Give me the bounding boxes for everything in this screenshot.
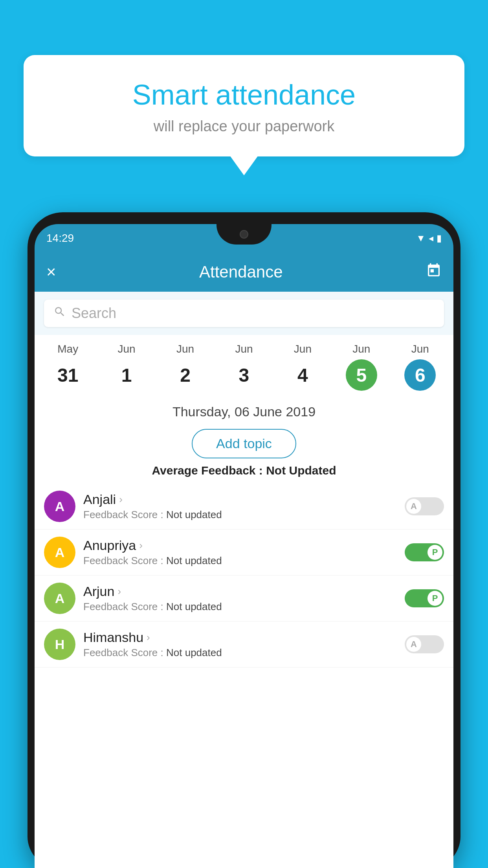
avg-feedback-label: Average Feedback : xyxy=(152,464,266,477)
date-item-4[interactable]: Jun 4 xyxy=(281,339,324,395)
student-feedback-anjali: Feedback Score : Not updated xyxy=(83,509,397,521)
attendance-toggle-himanshu[interactable]: A xyxy=(405,635,444,653)
phone-frame: 14:29 ▼ ◂ ▮ × Attendance xyxy=(28,212,460,868)
student-item-anupriya[interactable]: A Anupriya › Feedback Score : Not update… xyxy=(35,530,453,576)
status-time: 14:29 xyxy=(46,232,74,245)
battery-icon: ▮ xyxy=(437,233,442,244)
search-input-wrapper[interactable]: Search xyxy=(44,300,444,327)
date-picker: May 31 Jun 1 Jun 2 Jun 3 Jun 4 Jun 5 xyxy=(35,335,453,395)
toggle-knob-arjun: P xyxy=(427,591,442,606)
student-avatar-arjun: A xyxy=(44,583,75,614)
toggle-knob-anupriya: P xyxy=(427,545,442,560)
student-item-himanshu[interactable]: H Himanshu › Feedback Score : Not update… xyxy=(35,622,453,668)
avg-feedback-value: Not Updated xyxy=(266,464,336,477)
attendance-toggle-anupriya[interactable]: P xyxy=(405,543,444,561)
student-list: A Anjali › Feedback Score : Not updated … xyxy=(35,484,453,668)
date-item-1[interactable]: Jun 1 xyxy=(105,339,148,395)
student-feedback-arjun: Feedback Score : Not updated xyxy=(83,601,397,613)
bubble-subtitle: will replace your paperwork xyxy=(43,118,445,135)
chevron-icon: › xyxy=(147,631,150,644)
date-item-6[interactable]: Jun 6 xyxy=(399,339,441,395)
status-icons: ▼ ◂ ▮ xyxy=(416,233,442,244)
date-item-5[interactable]: Jun 5 xyxy=(340,339,383,395)
toggle-knob-anjali: A xyxy=(406,499,421,514)
student-feedback-anupriya: Feedback Score : Not updated xyxy=(83,555,397,567)
search-placeholder: Search xyxy=(72,305,116,322)
signal-icon: ◂ xyxy=(429,233,433,244)
calendar-icon[interactable] xyxy=(426,263,442,282)
phone-notch xyxy=(216,224,272,245)
student-name-himanshu: Himanshu › xyxy=(83,630,397,645)
app-content: × Attendance Search May xyxy=(35,252,453,868)
student-avatar-anupriya: A xyxy=(44,537,75,568)
add-topic-label[interactable]: Add topic xyxy=(192,429,296,458)
date-item-2[interactable]: Jun 2 xyxy=(164,339,207,395)
chevron-icon: › xyxy=(117,585,121,598)
student-name-anupriya: Anupriya › xyxy=(83,538,397,553)
speech-bubble-container: Smart attendance will replace your paper… xyxy=(24,55,464,156)
date-item-0[interactable]: May 31 xyxy=(47,339,89,395)
search-bar: Search xyxy=(35,292,453,335)
student-name-arjun: Arjun › xyxy=(83,584,397,599)
student-avatar-himanshu: H xyxy=(44,629,75,660)
notch-camera xyxy=(240,230,248,239)
bubble-title: Smart attendance xyxy=(43,79,445,111)
student-feedback-himanshu: Feedback Score : Not updated xyxy=(83,647,397,659)
app-title: Attendance xyxy=(199,263,283,281)
chevron-icon: › xyxy=(119,493,123,506)
add-topic-button[interactable]: Add topic xyxy=(35,429,453,458)
close-button[interactable]: × xyxy=(46,263,56,281)
student-item-arjun[interactable]: A Arjun › Feedback Score : Not updated P xyxy=(35,576,453,622)
student-info-anupriya: Anupriya › Feedback Score : Not updated xyxy=(83,538,397,567)
status-bar: 14:29 ▼ ◂ ▮ xyxy=(35,224,453,252)
student-info-arjun: Arjun › Feedback Score : Not updated xyxy=(83,584,397,613)
speech-bubble: Smart attendance will replace your paper… xyxy=(24,55,464,156)
attendance-toggle-anjali[interactable]: A xyxy=(405,497,444,515)
attendance-toggle-arjun[interactable]: P xyxy=(405,589,444,607)
chevron-icon: › xyxy=(139,539,143,552)
student-info-himanshu: Himanshu › Feedback Score : Not updated xyxy=(83,630,397,659)
student-name-anjali: Anjali › xyxy=(83,492,397,507)
selected-date: Thursday, 06 June 2019 xyxy=(35,395,453,423)
date-item-3[interactable]: Jun 3 xyxy=(223,339,265,395)
student-item-anjali[interactable]: A Anjali › Feedback Score : Not updated … xyxy=(35,484,453,530)
app-header: × Attendance xyxy=(35,252,453,292)
search-icon xyxy=(53,305,66,321)
avg-feedback: Average Feedback : Not Updated xyxy=(35,464,453,477)
student-info-anjali: Anjali › Feedback Score : Not updated xyxy=(83,492,397,521)
toggle-knob-himanshu: A xyxy=(406,637,421,652)
student-avatar-anjali: A xyxy=(44,491,75,522)
wifi-icon: ▼ xyxy=(416,233,426,244)
